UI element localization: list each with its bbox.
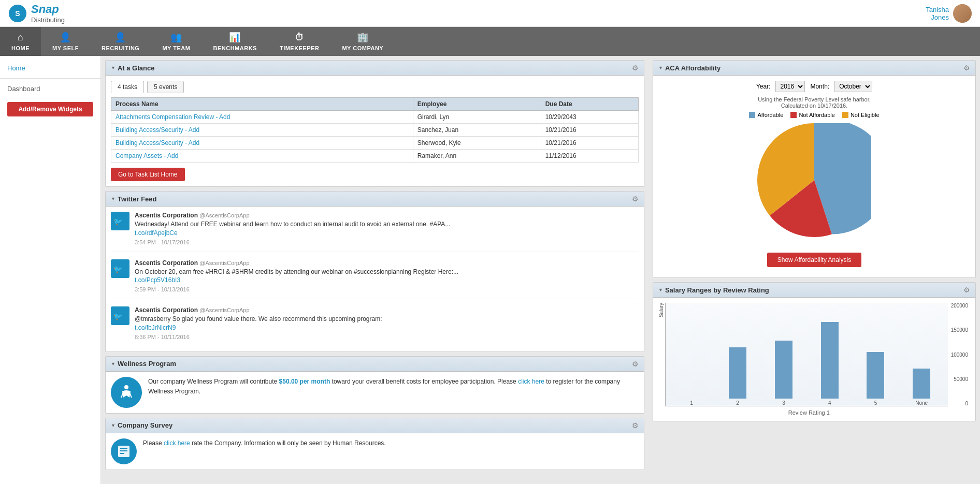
sidebar: Home Dashboard Add/Remove Widgets [0,56,101,484]
wellness-text: Our company Wellness Program will contri… [148,377,639,397]
nav-timekeeper[interactable]: ⏱ TIMEKEEPER [268,27,331,56]
legend-not-eligible-dot [842,112,848,118]
nav-mycompany[interactable]: 🏢 MY COMPANY [330,27,395,56]
aca-title: ACA Affordability [658,64,720,72]
aca-year-select[interactable]: 2016 [775,81,805,92]
process-link[interactable]: Building Access/Security - Add [116,126,199,134]
y-axis-label: 100000 [951,352,968,358]
bar-group: 3 [763,341,805,406]
tasks-tab[interactable]: 4 tasks [111,81,144,93]
bar-group: 2 [717,347,759,406]
sidebar-item-dashboard[interactable]: Dashboard [0,82,100,96]
add-remove-widgets-button[interactable]: Add/Remove Widgets [7,102,93,116]
bar-label: None [915,400,928,406]
show-analysis-button[interactable]: Show Affordability Analysis [767,253,862,267]
bar-group: 4 [809,322,851,406]
twitter-feed-body: 🐦 Ascentis Corporation @AscentisCorpApp … [106,207,644,351]
aca-header: ACA Affordability ⚙ [653,61,975,76]
tweet-avatar: 🐦 [111,306,129,325]
at-a-glance-widget: At a Glance ⚙ 4 tasks 5 events Process N… [105,60,644,187]
wellness-gear-icon[interactable]: ⚙ [632,360,639,368]
nav-benchmarks[interactable]: 📊 BENCHMARKS [201,27,268,56]
legend-affordable-label: Affordable [757,112,783,118]
tweet-link[interactable]: t.co/fbJrNlcrN9 [135,324,176,331]
salary-gear-icon[interactable]: ⚙ [963,286,970,294]
col-due: Due Date [541,98,638,111]
nav-myteam-label: MY TEAM [162,45,190,51]
salary-ranges-widget: Salary Ranges by Review Rating ⚙ Salary … [653,282,976,421]
nav-myteam[interactable]: 👥 MY TEAM [151,27,201,56]
aca-widget: ACA Affordability ⚙ Year: 2016 Month: Oc… [653,60,976,278]
table-row: Building Access/Security - Add [111,137,413,150]
table-row: Company Assets - Add [111,150,413,163]
bar-label: 2 [736,400,739,406]
svg-point-5 [124,385,128,389]
legend-affordable-dot [749,112,755,118]
nav-home[interactable]: ⌂ HOME [0,27,41,56]
legend-not-affordable: Not Affordable [790,112,835,118]
salary-bar [775,341,792,399]
snap-logo-icon: S [8,4,27,23]
aca-month-select[interactable]: October [834,81,872,92]
tweet-content: Ascentis Corporation @AscentisCorpApp We… [135,212,639,245]
process-link[interactable]: Company Assets - Add [116,152,178,159]
table-row: Attachments Compensation Review - Add [111,111,413,124]
tweet-link[interactable]: t.co/Pcp5V16bI3 [135,276,180,284]
sidebar-item-home[interactable]: Home [0,61,100,75]
tweet: 🐦 Ascentis Corporation @AscentisCorpApp … [111,306,639,346]
user-area: Tanisha Jones [926,4,972,23]
y-axis-label: 0 [951,401,968,406]
svg-text:S: S [15,9,20,18]
company-survey-header: Company Survey ⚙ [106,418,644,433]
twitter-gear-icon[interactable]: ⚙ [632,195,639,203]
wellness-widget: Wellness Program ⚙ Our company Wellness … [105,356,644,414]
go-task-list-button[interactable]: Go to Task List Home [111,168,185,181]
salary-ranges-header: Salary Ranges by Review Rating ⚙ [653,283,975,298]
events-tab[interactable]: 5 events [147,81,184,93]
user-name: Tanisha Jones [926,6,949,21]
myself-icon: 👤 [60,32,71,43]
survey-gear-icon[interactable]: ⚙ [632,421,639,430]
y-axis-label: 150000 [951,327,968,333]
aca-body: Year: 2016 Month: October Using the Fede… [653,76,975,277]
nav-recruiting[interactable]: 👤 RECRUITING [90,27,151,56]
process-link[interactable]: Building Access/Security - Add [116,139,199,146]
avatar[interactable] [953,4,972,23]
content-area: At a Glance ⚙ 4 tasks 5 events Process N… [101,56,980,484]
company-survey-body: Please click here rate the Company. Info… [106,433,644,470]
at-a-glance-title: At a Glance [111,64,154,72]
col-process: Process Name [111,98,413,111]
nav-home-label: HOME [11,45,30,51]
pie-chart [757,123,871,237]
aca-controls: Year: 2016 Month: October [658,81,970,92]
bar-group: 5 [855,352,897,406]
nav-mycompany-label: MY COMPANY [342,45,383,51]
tweet: 🐦 Ascentis Corporation @AscentisCorpApp … [111,212,639,252]
survey-click-link[interactable]: click here [164,439,190,447]
svg-text:🐦: 🐦 [113,312,123,321]
company-survey-widget: Company Survey ⚙ Please click here rate … [105,418,644,470]
salary-chart-wrapper: Salary 12345None Review Rating 1 2000001… [658,303,970,416]
nav-myself[interactable]: 👤 MY SELF [41,27,90,56]
wellness-click-link[interactable]: click here [518,378,544,385]
salary-ranges-body: Salary 12345None Review Rating 1 2000001… [653,298,975,421]
tweet-handle: @AscentisCorpApp [199,212,249,218]
survey-icon [111,438,137,464]
y-axis-label: 200000 [951,303,968,309]
nav-benchmarks-label: BENCHMARKS [213,45,256,51]
nav-timekeeper-label: TIMEKEEPER [280,45,320,51]
at-a-glance-gear-icon[interactable]: ⚙ [632,64,639,72]
process-link[interactable]: Attachments Compensation Review - Add [116,113,230,121]
tweet-avatar: 🐦 [111,259,129,278]
bar-label: 5 [874,400,877,406]
avatar-img [953,4,972,23]
bar-group: 1 [671,399,713,406]
tweet-user: Ascentis Corporation [135,259,198,267]
tweet-link[interactable]: t.co/rdfApejbCe [135,229,178,237]
company-survey-title: Company Survey [111,421,172,429]
aca-gear-icon[interactable]: ⚙ [963,64,970,72]
salary-x-label: Review Rating 1 [665,409,948,416]
svg-text:🐦: 🐦 [113,217,123,226]
nav-recruiting-label: RECRUITING [102,45,139,51]
logo-dist: Distributing [31,16,65,24]
